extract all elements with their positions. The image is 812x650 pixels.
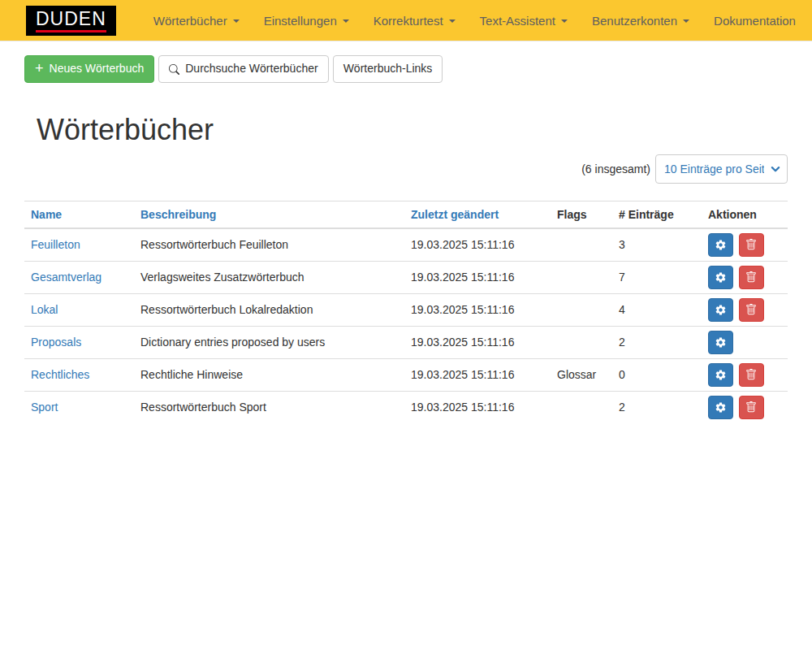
dictionary-modified: 19.03.2025 15:11:16: [404, 391, 551, 423]
navbar-item[interactable]: Einstellungen: [252, 0, 361, 41]
settings-button[interactable]: [708, 396, 733, 419]
settings-button[interactable]: [708, 298, 733, 322]
dictionary-modified: 19.03.2025 15:11:16: [404, 326, 551, 358]
search-dictionaries-label: Durchsuche Wörterbücher: [185, 61, 317, 77]
trash-icon: [745, 401, 757, 413]
gear-icon: [715, 271, 727, 284]
dictionary-description: Verlagsweites Zusatzwörterbuch: [134, 261, 404, 293]
dictionary-description: Ressortwörterbuch Sport: [134, 391, 404, 423]
caret-down-icon: [683, 20, 689, 23]
new-dictionary-label: Neues Wörterbuch: [50, 61, 145, 77]
caret-down-icon: [561, 20, 568, 23]
page-title: Wörterbücher: [37, 114, 788, 146]
navbar-item-label: Einstellungen: [264, 14, 337, 28]
gear-icon: [715, 369, 727, 381]
delete-button[interactable]: [739, 363, 764, 387]
dictionary-actions: [702, 326, 788, 358]
sort-header-modified[interactable]: Zuletzt geändert: [411, 208, 499, 221]
navbar-item[interactable]: Text-Assistent: [468, 0, 580, 41]
dictionary-name-link[interactable]: Proposals: [31, 336, 81, 349]
dictionary-name-link[interactable]: Gesamtverlag: [31, 271, 102, 284]
sort-header-description[interactable]: Beschreibung: [140, 208, 216, 221]
dictionary-entry-count: 2: [612, 326, 702, 358]
dictionary-links-button[interactable]: Wörterbuch-Links: [333, 55, 443, 83]
dictionary-modified: 19.03.2025 15:11:16: [404, 261, 551, 293]
dictionary-description: Rechtliche Hinweise: [134, 358, 404, 391]
delete-button[interactable]: [739, 396, 764, 419]
navbar-item[interactable]: Korrekturtest: [361, 0, 468, 41]
delete-button[interactable]: [739, 298, 764, 322]
dictionary-description: Ressortwörterbuch Feuilleton: [134, 228, 404, 262]
table-row: Feuilleton Ressortwörterbuch Feuilleton …: [24, 228, 788, 262]
navbar-item-label: Text-Assistent: [480, 14, 555, 28]
duden-logo[interactable]: DUDEN: [26, 6, 116, 36]
table-row: Gesamtverlag Verlagsweites Zusatzwörterb…: [24, 261, 788, 293]
table-header-row: Name Beschreibung Zuletzt geändert Flags…: [24, 201, 788, 228]
list-controls: (6 insgesamt) 10 Einträge pro Seite: [24, 154, 788, 184]
dictionary-flags: Glossar: [551, 358, 612, 391]
delete-button[interactable]: [739, 233, 764, 257]
navbar-item[interactable]: Dokumentation: [702, 0, 808, 41]
navbar-menu: Wörterbücher Einstellungen Korrekturtest…: [141, 0, 808, 41]
dictionary-description: Ressortwörterbuch Lokalredaktion: [134, 293, 404, 326]
dictionary-toolbar: + Neues Wörterbuch Durchsuche Wörterbüch…: [24, 55, 788, 83]
dictionary-actions: [702, 293, 788, 326]
settings-button[interactable]: [708, 363, 733, 387]
header-flags: Flags: [557, 208, 587, 221]
new-dictionary-button[interactable]: + Neues Wörterbuch: [24, 55, 154, 83]
navbar-item-label: Korrekturtest: [374, 14, 443, 28]
duden-logo-text: DUDEN: [36, 8, 106, 29]
dictionary-flags: [551, 293, 612, 326]
dictionary-actions: [702, 358, 788, 391]
per-page-select[interactable]: 10 Einträge pro Seite: [655, 154, 788, 184]
caret-down-icon: [343, 20, 349, 23]
dictionary-name-link[interactable]: Sport: [31, 401, 58, 414]
dictionary-flags: [551, 261, 612, 293]
dictionary-actions: [702, 228, 788, 262]
dictionary-modified: 19.03.2025 15:11:16: [404, 228, 551, 262]
navbar-item-label: Dokumentation: [714, 14, 796, 28]
total-count: (6 insgesamt): [581, 162, 650, 176]
per-page-select-wrap: 10 Einträge pro Seite: [655, 154, 788, 184]
settings-button[interactable]: [708, 233, 733, 257]
table-row: Rechtliches Rechtliche Hinweise 19.03.20…: [24, 358, 788, 391]
dictionary-name-link[interactable]: Lokal: [31, 303, 58, 316]
dictionary-modified: 19.03.2025 15:11:16: [404, 293, 551, 326]
trash-icon: [745, 271, 757, 283]
trash-icon: [745, 304, 757, 315]
duden-logo-red-underline: [36, 30, 106, 32]
settings-button[interactable]: [708, 331, 733, 354]
dictionary-entry-count: 3: [612, 228, 702, 262]
gear-icon: [715, 401, 727, 414]
dictionary-entry-count: 4: [612, 293, 702, 326]
trash-icon: [745, 369, 757, 380]
dictionary-description: Dictionary entries proposed by users: [134, 326, 404, 358]
trash-icon: [745, 239, 757, 250]
navbar-item[interactable]: Benutzerkonten: [580, 0, 702, 41]
navbar-item-label: Wörterbücher: [153, 14, 227, 28]
search-dictionaries-button[interactable]: Durchsuche Wörterbücher: [158, 55, 328, 83]
gear-icon: [715, 239, 727, 251]
dictionary-links-label: Wörterbuch-Links: [343, 61, 433, 77]
dictionary-actions: [702, 261, 788, 293]
navbar-item[interactable]: Wörterbücher: [141, 0, 252, 41]
table-row: Proposals Dictionary entries proposed by…: [24, 326, 788, 358]
delete-button[interactable]: [739, 266, 764, 289]
dictionary-flags: [551, 228, 612, 262]
gear-icon: [715, 336, 727, 349]
dictionary-flags: [551, 391, 612, 423]
search-icon: [169, 64, 179, 75]
plus-icon: +: [35, 61, 44, 76]
caret-down-icon: [449, 20, 456, 23]
dictionary-entry-count: 0: [612, 358, 702, 391]
dictionary-name-link[interactable]: Rechtliches: [31, 368, 89, 381]
sort-header-name[interactable]: Name: [31, 208, 62, 221]
dictionaries-table: Name Beschreibung Zuletzt geändert Flags…: [24, 201, 788, 423]
settings-button[interactable]: [708, 266, 733, 289]
table-row: Lokal Ressortwörterbuch Lokalredaktion 1…: [24, 293, 788, 326]
dictionary-name-link[interactable]: Feuilleton: [31, 238, 80, 251]
dictionary-modified: 19.03.2025 15:11:16: [404, 358, 551, 391]
header-actions: Aktionen: [708, 208, 757, 221]
dictionary-actions: [702, 391, 788, 423]
gear-icon: [715, 304, 727, 316]
